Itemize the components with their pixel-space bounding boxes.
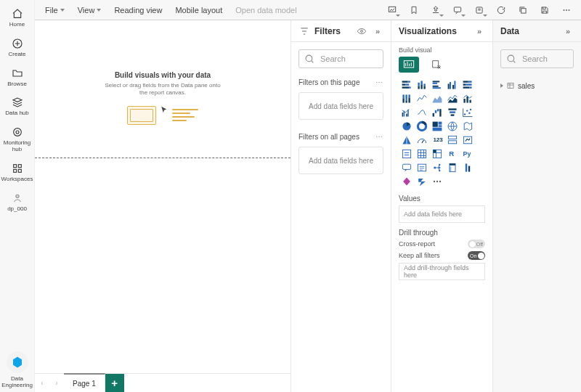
viz-type-multi-row-card[interactable] (446, 134, 458, 146)
filters-search[interactable] (298, 49, 383, 68)
model-label: Open data model (235, 6, 296, 15)
svg-rect-60 (439, 109, 441, 116)
viz-type-r-script[interactable]: R (446, 147, 458, 160)
keep-filters-label: Keep all filters (399, 252, 440, 259)
filters-title: Filters (314, 26, 341, 36)
viz-mode-format[interactable] (426, 57, 447, 73)
viz-type-stacked-bar[interactable] (400, 78, 413, 91)
viz-type-power-automate[interactable] (415, 175, 428, 187)
viz-type-gauge[interactable] (415, 134, 428, 146)
viz-type-funnel[interactable] (446, 106, 458, 118)
report-canvas[interactable]: Build visuals with your data Select or d… (35, 20, 290, 373)
rail-create[interactable]: Create (1, 34, 34, 61)
rail-monitoring-hub[interactable]: Monitoring hub (1, 123, 34, 156)
explore-button[interactable] (383, 2, 401, 18)
svg-rect-93 (450, 166, 451, 171)
svg-rect-94 (465, 163, 466, 171)
viz-type-100-stacked-bar[interactable] (461, 78, 474, 91)
viz-type-kpi[interactable] (461, 134, 474, 146)
rail-workspace-current[interactable]: dp_000 (1, 189, 34, 216)
rail-browse[interactable]: Browse (1, 64, 34, 91)
drillthrough-dropzone[interactable]: Add drill-through fields here (399, 263, 485, 280)
viz-type-area[interactable] (431, 92, 443, 105)
keep-filters-toggle[interactable]: On (468, 251, 485, 260)
page-prev-button[interactable]: ‹ (35, 374, 49, 392)
viz-type-python[interactable]: Py (461, 147, 474, 160)
caret-down-icon (60, 9, 65, 12)
viz-type-pie[interactable] (400, 120, 413, 132)
viz-type-clustered-bar[interactable] (431, 78, 443, 91)
viz-type-scatter[interactable] (461, 106, 474, 118)
svg-rect-58 (434, 110, 436, 113)
copy-button[interactable] (514, 2, 532, 18)
viz-type-more[interactable] (431, 175, 443, 187)
more-button[interactable] (558, 2, 575, 18)
top-toolbar: File View Reading view Mobile layout Ope… (35, 0, 581, 20)
viz-type-100-stacked-column[interactable] (400, 92, 413, 105)
filters-all-dropzone[interactable]: Add data fields here (298, 147, 383, 174)
viz-type-waterfall[interactable] (431, 106, 443, 118)
refresh-button[interactable] (492, 2, 510, 18)
viz-type-decomposition[interactable] (431, 161, 443, 173)
viz-type-line-stacked-column[interactable] (461, 92, 474, 105)
viz-type-key-influencers[interactable] (461, 161, 474, 173)
viz-type-matrix[interactable] (431, 147, 443, 160)
viz-type-azure-map[interactable] (400, 134, 413, 146)
data-table-item[interactable]: sales (500, 78, 574, 93)
reading-view-button[interactable]: Reading view (110, 4, 166, 17)
values-dropzone[interactable]: Add data fields here (399, 205, 485, 223)
cross-report-toggle[interactable]: Off (468, 240, 485, 248)
page-next-button[interactable]: › (49, 374, 64, 392)
empty-subtitle: Select or drag fields from the Data pane… (101, 82, 224, 97)
svg-point-67 (469, 108, 471, 110)
persist-button[interactable] (427, 2, 444, 18)
chat-button[interactable] (449, 2, 466, 18)
collapse-icon[interactable]: » (562, 25, 574, 37)
viz-type-treemap[interactable] (431, 120, 443, 132)
rail-home[interactable]: Home (1, 4, 34, 31)
viz-type-card[interactable]: 123 (431, 134, 443, 146)
filters-page-dropzone[interactable]: Add data fields here (298, 92, 383, 120)
target-icon (11, 126, 24, 139)
search-input[interactable] (521, 54, 573, 64)
viz-type-line-clustered-column[interactable] (400, 106, 413, 118)
collapse-icon[interactable]: » (372, 25, 383, 37)
viz-type-power-apps[interactable] (400, 175, 413, 187)
svg-point-1 (13, 128, 21, 136)
add-page-button[interactable]: + (105, 374, 124, 392)
view-menu[interactable]: View (73, 4, 106, 17)
viz-mode-build[interactable] (399, 57, 419, 73)
file-menu[interactable]: File (41, 4, 69, 17)
rail-workspaces[interactable]: Workspaces (1, 159, 34, 186)
section-menu-button[interactable]: ⋯ (375, 78, 383, 86)
viz-type-qa[interactable] (400, 161, 413, 173)
viz-type-clustered-column[interactable] (446, 78, 458, 91)
eye-icon[interactable] (356, 25, 367, 37)
viz-type-table[interactable] (415, 147, 428, 160)
section-menu-button[interactable]: ⋯ (375, 133, 383, 141)
report-canvas-column: Build visuals with your data Select or d… (35, 20, 290, 392)
save-button[interactable] (536, 2, 553, 18)
rail-persona-switcher[interactable]: Data Engineering (1, 348, 34, 392)
bookmark-button[interactable] (405, 2, 423, 18)
search-input[interactable] (319, 54, 383, 64)
viz-type-stacked-column[interactable] (415, 78, 428, 91)
data-search[interactable] (500, 49, 574, 68)
svg-rect-99 (508, 83, 513, 89)
viz-type-ribbon[interactable] (415, 106, 428, 118)
viz-type-filled-map[interactable] (461, 120, 474, 132)
page-tab[interactable]: Page 1 (64, 373, 105, 392)
viz-type-paginated[interactable] (446, 161, 458, 173)
collapse-icon[interactable]: » (474, 25, 485, 37)
viz-type-slicer[interactable] (400, 147, 413, 160)
viz-type-stacked-area[interactable] (446, 92, 458, 105)
viz-type-donut[interactable] (415, 120, 428, 132)
rail-data-hub[interactable]: Data hub (1, 93, 34, 120)
mobile-layout-button[interactable]: Mobile layout (171, 4, 227, 17)
viz-type-line[interactable] (415, 92, 428, 105)
viz-type-map[interactable] (446, 120, 458, 132)
export-button[interactable] (471, 2, 488, 18)
left-nav-rail: Home Create Browse Data hub Monitoring h… (0, 0, 35, 392)
svg-rect-40 (463, 83, 466, 85)
viz-type-narrative[interactable] (415, 161, 428, 173)
